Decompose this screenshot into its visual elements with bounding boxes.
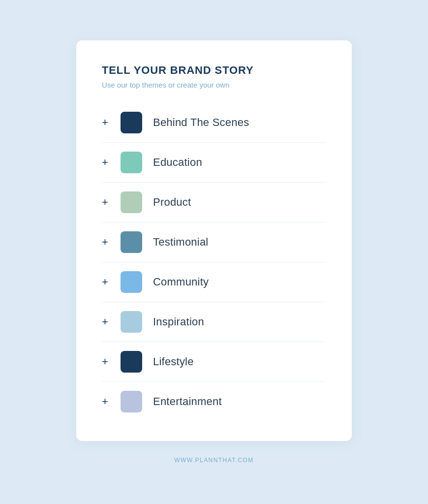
theme-item[interactable]: +Entertainment: [102, 382, 326, 421]
theme-label: Testimonial: [153, 236, 208, 249]
theme-label: Community: [153, 276, 209, 288]
theme-item[interactable]: +Community: [102, 262, 326, 302]
main-card: TELL YOUR BRAND STORY Use our top themes…: [76, 40, 352, 441]
plus-icon: +: [102, 356, 116, 367]
theme-label: Lifestyle: [153, 355, 194, 368]
theme-item[interactable]: +Product: [102, 183, 326, 222]
plus-icon: +: [102, 117, 116, 128]
theme-label: Inspiration: [153, 315, 204, 328]
theme-item[interactable]: +Inspiration: [102, 302, 326, 342]
theme-label: Behind The Scenes: [153, 116, 249, 129]
color-swatch: [121, 271, 142, 293]
color-swatch: [121, 231, 142, 253]
color-swatch: [121, 311, 142, 333]
theme-item[interactable]: +Behind The Scenes: [102, 103, 326, 143]
theme-label: Education: [153, 156, 202, 169]
card-subtitle: Use our top themes or create your own: [102, 81, 326, 89]
plus-icon: +: [102, 316, 116, 327]
theme-item[interactable]: +Education: [102, 143, 326, 183]
color-swatch: [121, 351, 142, 373]
plus-icon: +: [102, 277, 116, 287]
theme-item[interactable]: +Lifestyle: [102, 342, 326, 382]
color-swatch: [121, 152, 142, 173]
plus-icon: +: [102, 197, 116, 208]
card-title: TELL YOUR BRAND STORY: [102, 64, 326, 77]
footer-url: WWW.PLANNTHAT.COM: [174, 457, 254, 464]
theme-item[interactable]: +Testimonial: [102, 222, 326, 262]
plus-icon: +: [102, 237, 116, 248]
plus-icon: +: [102, 396, 116, 407]
theme-label: Product: [153, 196, 191, 209]
theme-list: +Behind The Scenes+Education+Product+Tes…: [102, 103, 326, 421]
color-swatch: [121, 191, 142, 213]
theme-label: Entertainment: [153, 395, 222, 408]
plus-icon: +: [102, 157, 116, 168]
color-swatch: [121, 112, 142, 133]
color-swatch: [121, 391, 142, 412]
